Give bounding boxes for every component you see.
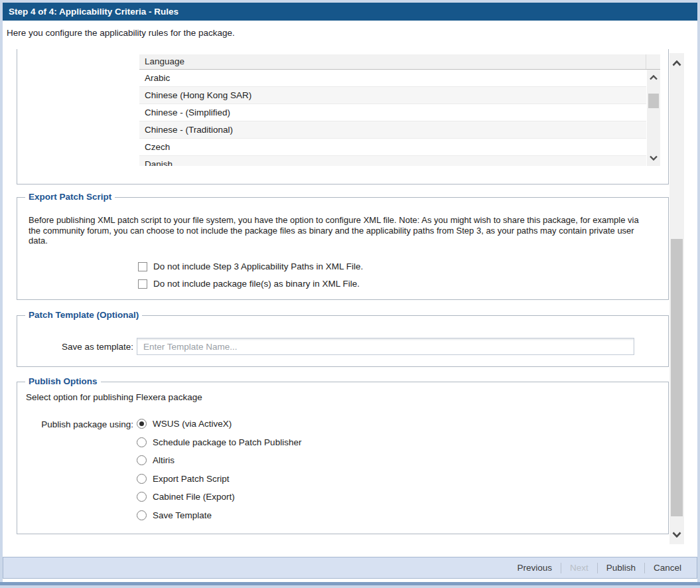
checkbox-icon[interactable]	[138, 279, 147, 289]
wizard-title: Step 4 of 4: Applicability Criteria - Ru…	[9, 7, 178, 17]
checkbox-row-package-binary[interactable]: Do not include package file(s) as binary…	[138, 278, 360, 289]
wizard-title-bar: Step 4 of 4: Applicability Criteria - Ru…	[3, 3, 697, 21]
chevron-down-icon	[672, 532, 681, 538]
publish-button[interactable]: Publish	[598, 563, 644, 573]
publish-package-using-label: Publish package using:	[17, 419, 133, 429]
chevron-down-icon	[650, 155, 658, 161]
next-button: Next	[561, 563, 597, 573]
list-scroll-up-button[interactable]	[647, 70, 660, 86]
publish-options-description: Select option for publishing Flexera pac…	[26, 392, 424, 403]
radio-row-altiris[interactable]: Altiris	[137, 455, 175, 466]
scrollable-content: Select Languages: Language Arabic Chines…	[3, 49, 697, 548]
list-item[interactable]: Chinese (Hong Kong SAR)	[139, 87, 646, 104]
template-name-input[interactable]	[137, 338, 634, 355]
radio-label: Export Patch Script	[153, 474, 230, 484]
languages-listbox[interactable]: Language Arabic Chinese (Hong Kong SAR) …	[139, 54, 660, 166]
page-scroll-up-button[interactable]	[669, 53, 684, 73]
cancel-button[interactable]: Cancel	[645, 563, 690, 573]
patch-template-groupbox: Patch Template (Optional) Save as templa…	[17, 315, 669, 367]
radio-row-cabinet-file[interactable]: Cabinet File (Export)	[137, 491, 235, 502]
page-scrollbar[interactable]	[669, 53, 684, 544]
list-item[interactable]: Chinese - (Simplified)	[139, 104, 646, 121]
radio-icon[interactable]	[137, 455, 147, 465]
wizard-footer: Previous Next Publish Cancel	[3, 557, 697, 579]
patch-template-legend: Patch Template (Optional)	[25, 310, 142, 320]
radio-row-patch-publisher[interactable]: Schedule package to Patch Publisher	[137, 437, 301, 448]
checkbox-label: Do not include Step 3 Applicability Path…	[153, 261, 363, 271]
window-bottom-edge	[0, 582, 700, 585]
radio-icon[interactable]	[137, 492, 147, 502]
export-patch-script-legend: Export Patch Script	[25, 192, 115, 202]
radio-label: Save Template	[153, 510, 212, 520]
export-patch-script-groupbox: Export Patch Script Before publishing XM…	[17, 197, 669, 300]
radio-icon[interactable]	[137, 437, 147, 447]
page-scroll-down-button[interactable]	[669, 524, 684, 544]
radio-icon[interactable]	[137, 474, 147, 484]
chevron-up-icon	[650, 75, 658, 80]
checkbox-row-applicability-paths[interactable]: Do not include Step 3 Applicability Path…	[138, 261, 363, 272]
radio-label: Schedule package to Patch Publisher	[153, 437, 301, 447]
language-rows: Arabic Chinese (Hong Kong SAR) Chinese -…	[139, 70, 646, 166]
radio-selected-icon[interactable]	[137, 419, 147, 429]
list-scrollbar-thumb[interactable]	[648, 94, 659, 108]
radio-row-wsus[interactable]: WSUS (via ActiveX)	[137, 418, 232, 429]
radio-label: Altiris	[153, 455, 175, 465]
list-item[interactable]: Danish	[139, 156, 646, 166]
wizard-subtitle-band: Here you configure the applicability rul…	[3, 21, 697, 49]
radio-row-save-template[interactable]: Save Template	[137, 510, 212, 521]
publish-options-legend: Publish Options	[25, 376, 101, 386]
publish-options-groupbox: Publish Options Select option for publis…	[17, 382, 669, 534]
page-scrollbar-thumb[interactable]	[671, 239, 683, 516]
list-scrollbar[interactable]	[647, 70, 660, 166]
wizard-subtitle: Here you configure the applicability rul…	[7, 28, 235, 38]
wizard-window: Step 4 of 4: Applicability Criteria - Ru…	[0, 0, 700, 588]
language-column-header[interactable]: Language	[139, 54, 660, 70]
radio-row-export-patch-script[interactable]: Export Patch Script	[137, 473, 230, 484]
export-patch-description: Before publishing XML patch script to yo…	[29, 215, 646, 246]
chevron-up-icon	[672, 60, 681, 66]
checkbox-label: Do not include package file(s) as binary…	[153, 279, 360, 289]
radio-label: Cabinet File (Export)	[153, 492, 235, 502]
save-as-template-label: Save as template:	[17, 342, 133, 352]
radio-icon[interactable]	[137, 510, 147, 520]
list-item[interactable]: Czech	[139, 139, 646, 156]
checkbox-icon[interactable]	[138, 262, 147, 271]
header-separator	[646, 54, 646, 69]
previous-button[interactable]: Previous	[508, 563, 561, 573]
list-scroll-down-button[interactable]	[647, 150, 660, 166]
list-item[interactable]: Chinese - (Traditional)	[139, 121, 646, 139]
radio-label: WSUS (via ActiveX)	[153, 419, 232, 429]
list-item[interactable]: Arabic	[139, 70, 646, 87]
